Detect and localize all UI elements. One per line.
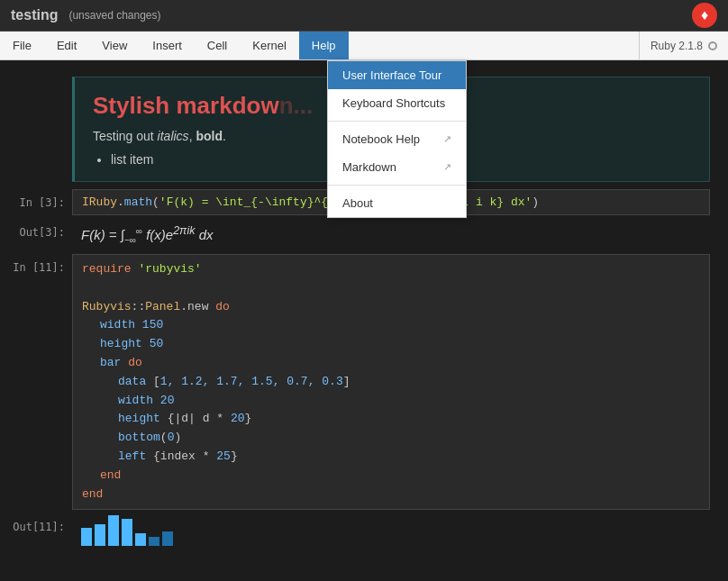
help-menu-notebook-help[interactable]: Notebook Help ↗: [328, 125, 466, 153]
menu-file[interactable]: File: [0, 32, 44, 59]
bar: [162, 531, 173, 546]
bar: [122, 519, 132, 546]
math-formula: F(k) = ∫−∞∞ f(x)e2πik dx: [81, 227, 214, 242]
help-menu-divider2: [328, 185, 466, 186]
menu-help[interactable]: Help: [299, 32, 349, 59]
help-menu-divider1: [328, 121, 466, 122]
cell-in11-content: require 'rubyvis' Rubyvis::Panel.new do …: [72, 254, 710, 510]
cell-in3-label: In [3]:: [0, 189, 72, 215]
ruby-version: Ruby 2.1.8: [639, 32, 728, 59]
jupyter-logo: ♦: [692, 3, 717, 28]
cell-out11-label: Out[11]:: [0, 513, 72, 549]
menu-view[interactable]: View: [89, 32, 140, 59]
unsaved-changes-label: (unsaved changes): [68, 9, 160, 22]
bar: [81, 528, 92, 546]
cell-in11-code[interactable]: require 'rubyvis' Rubyvis::Panel.new do …: [72, 254, 710, 510]
bar: [135, 533, 146, 546]
menu-cell[interactable]: Cell: [195, 32, 240, 59]
kernel-indicator: [708, 41, 717, 50]
bar: [149, 537, 159, 546]
cell-out3-content: F(k) = ∫−∞∞ f(x)e2πik dx: [72, 219, 710, 250]
help-menu-ui-tour[interactable]: User Interface Tour: [328, 61, 466, 89]
cell-out3: Out[3]: F(k) = ∫−∞∞ f(x)e2πik dx: [0, 219, 728, 250]
cell-in11-label: In [11]:: [0, 254, 72, 510]
top-bar: testing (unsaved changes) ♦: [0, 0, 728, 32]
cell-in11: In [11]: require 'rubyvis' Rubyvis::Pane…: [0, 254, 728, 510]
bar: [108, 515, 119, 546]
menu-edit[interactable]: Edit: [44, 32, 89, 59]
cell-out3-label: Out[3]:: [0, 219, 72, 250]
help-dropdown: User Interface Tour Keyboard Shortcuts N…: [327, 60, 467, 218]
menu-insert[interactable]: Insert: [140, 32, 195, 59]
menu-bar: File Edit View Insert Cell Kernel Help R…: [0, 32, 728, 60]
cell-out11-content: [72, 513, 710, 549]
help-menu-markdown[interactable]: Markdown ↗: [328, 153, 466, 181]
external-link-icon2: ↗: [443, 161, 451, 173]
menu-kernel[interactable]: Kernel: [240, 32, 299, 59]
bar: [95, 524, 105, 546]
bar-chart: [72, 513, 710, 549]
help-menu-about[interactable]: About: [328, 189, 466, 217]
help-menu-keyboard-shortcuts[interactable]: Keyboard Shortcuts: [328, 89, 466, 117]
notebook-title[interactable]: testing: [11, 7, 58, 23]
cell-out11: Out[11]:: [0, 513, 728, 549]
external-link-icon: ↗: [443, 133, 451, 145]
